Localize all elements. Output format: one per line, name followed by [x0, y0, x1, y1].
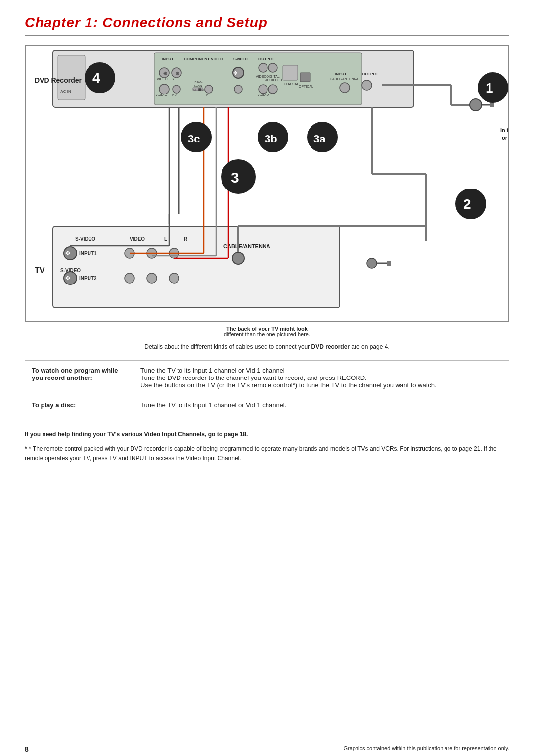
svg-text:3c: 3c — [188, 133, 200, 145]
svg-text:INPUT1: INPUT1 — [79, 251, 97, 256]
help-text: If you need help finding your TV's vario… — [25, 430, 509, 439]
svg-text:AUDIO: AUDIO — [156, 93, 168, 96]
svg-text:SCAN: SCAN — [194, 84, 202, 87]
svg-text:◉: ◉ — [176, 71, 179, 76]
svg-text:R: R — [184, 236, 188, 242]
svg-text:AUDIO: AUDIO — [258, 93, 269, 96]
svg-text:OUTPUT: OUTPUT — [258, 57, 274, 61]
svg-text:VIDEO: VIDEO — [157, 77, 168, 81]
svg-point-95 — [367, 258, 377, 268]
page-number: 8 — [25, 745, 29, 753]
svg-rect-75 — [53, 226, 340, 308]
svg-rect-97 — [387, 261, 391, 266]
svg-text:◉: ◉ — [163, 71, 167, 76]
tv-note: The back of your TV might look different… — [25, 326, 509, 337]
svg-text:✤: ✤ — [233, 70, 237, 76]
details-line: Details about the different kinds of cab… — [25, 343, 509, 350]
svg-point-20 — [234, 85, 242, 93]
chapter-title: Chapter 1: Connections and Setup — [25, 15, 509, 36]
svg-text:L: L — [164, 236, 167, 242]
svg-text:3b: 3b — [265, 133, 277, 145]
svg-point-58 — [470, 99, 482, 111]
svg-point-14 — [159, 84, 169, 94]
svg-text:2: 2 — [463, 196, 471, 212]
svg-point-35 — [340, 83, 350, 93]
svg-text:✤: ✤ — [65, 250, 70, 257]
svg-text:AUDIO OUT: AUDIO OUT — [265, 78, 285, 82]
svg-text:S-VIDEO: S-VIDEO — [60, 268, 81, 273]
svg-point-22 — [268, 63, 277, 72]
svg-text:VIDEO: VIDEO — [256, 75, 267, 78]
svg-text:or antenna: or antenna — [502, 135, 509, 141]
svg-point-21 — [259, 63, 267, 72]
svg-text:4: 4 — [92, 70, 100, 86]
row-content: Tune the TV to its Input 1 channel or Vi… — [134, 395, 509, 415]
svg-rect-28 — [300, 73, 310, 82]
svg-text:Pb: Pb — [172, 93, 177, 96]
svg-point-37 — [362, 80, 372, 90]
svg-text:CABLE/ANTENNA: CABLE/ANTENNA — [223, 243, 270, 249]
svg-text:COMPONENT VIDEO: COMPONENT VIDEO — [184, 57, 223, 61]
svg-text:S-VIDEO: S-VIDEO — [233, 57, 248, 61]
svg-text:3a: 3a — [313, 133, 326, 145]
svg-text:OUTPUT: OUTPUT — [362, 72, 378, 76]
remote-text: * * The remote control packed with your … — [25, 444, 509, 463]
svg-point-30 — [259, 85, 267, 94]
svg-text:VIDEO: VIDEO — [130, 236, 145, 242]
svg-text:INPUT2: INPUT2 — [79, 276, 97, 281]
row-heading: To watch one program whileyou record ano… — [25, 361, 134, 395]
footer-graphic-note: Graphics contained within this publicati… — [344, 745, 509, 753]
svg-text:Pr: Pr — [206, 93, 210, 96]
svg-text:INPUT: INPUT — [162, 57, 174, 61]
svg-text:TV: TV — [35, 266, 45, 275]
bottom-bar: 8 Graphics contained within this publica… — [0, 742, 534, 756]
svg-point-92 — [125, 273, 134, 283]
svg-text:In from cable: In from cable — [500, 127, 509, 133]
table-row: To play a disc: Tune the TV to its Input… — [25, 395, 509, 415]
svg-text:AC IN: AC IN — [60, 89, 71, 94]
svg-text:3: 3 — [231, 169, 239, 186]
svg-point-42 — [205, 85, 213, 93]
diagram-area: AC IN INPUT COMPONENT VIDEO S-VIDEO OUTP… — [25, 45, 509, 322]
svg-rect-26 — [283, 65, 298, 80]
info-table: To watch one program whileyou record ano… — [25, 360, 509, 415]
svg-text:INPUT: INPUT — [335, 72, 347, 76]
svg-text:✤: ✤ — [65, 275, 70, 282]
svg-point-87 — [232, 252, 244, 264]
svg-point-15 — [173, 85, 180, 93]
svg-point-94 — [169, 273, 179, 283]
footer-notes: If you need help finding your TV's vario… — [25, 430, 509, 464]
svg-text:Y: Y — [172, 77, 175, 81]
svg-point-31 — [268, 85, 277, 94]
svg-text:1: 1 — [486, 80, 493, 95]
svg-text:S-VIDEO: S-VIDEO — [75, 236, 95, 242]
svg-text:DIGITAL: DIGITAL — [267, 75, 280, 78]
svg-point-93 — [147, 273, 157, 283]
svg-rect-60 — [490, 102, 494, 107]
svg-text:OPTICAL: OPTICAL — [299, 85, 313, 88]
svg-text:COAXIAL: COAXIAL — [284, 82, 299, 86]
svg-text:OFF⬛ON: OFF⬛ON — [193, 88, 205, 92]
row-content: Tune the TV to its Input 1 channel or Vi… — [134, 361, 509, 395]
svg-text:DVD Recorder: DVD Recorder — [35, 76, 82, 84]
svg-text:CABLE/ANTENNA: CABLE/ANTENNA — [330, 77, 359, 81]
table-row: To watch one program whileyou record ano… — [25, 361, 509, 395]
svg-text:PROG: PROG — [194, 80, 203, 83]
row-heading: To play a disc: — [25, 395, 134, 415]
